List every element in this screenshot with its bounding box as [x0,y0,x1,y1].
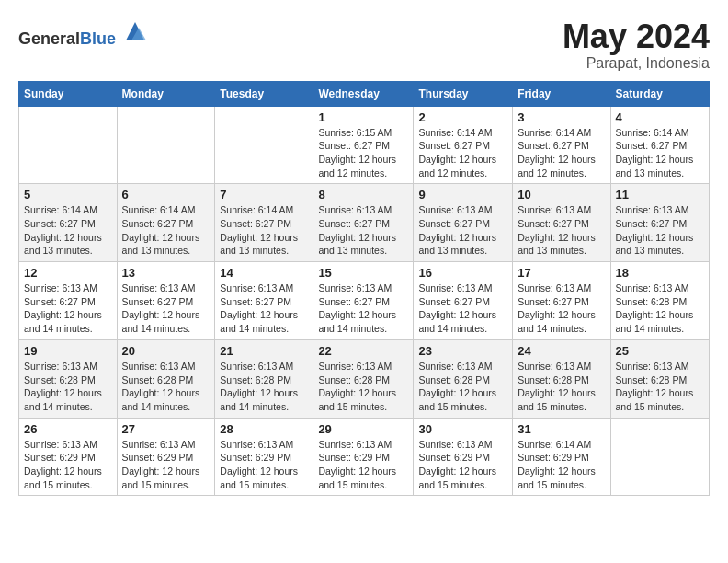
day-cell: 7Sunrise: 6:14 AM Sunset: 6:27 PM Daylig… [215,184,313,262]
day-number: 20 [122,344,210,358]
day-cell: 1Sunrise: 6:15 AM Sunset: 6:27 PM Daylig… [313,106,414,184]
logo-icon [122,18,148,44]
day-number: 11 [616,188,705,201]
day-info: Sunrise: 6:13 AM Sunset: 6:28 PM Dayligh… [616,360,705,414]
day-info: Sunrise: 6:13 AM Sunset: 6:27 PM Dayligh… [318,203,408,258]
day-number: 8 [318,188,408,201]
day-number: 28 [220,422,308,436]
day-cell [19,106,118,184]
day-cell: 8Sunrise: 6:13 AM Sunset: 6:27 PM Daylig… [313,184,414,262]
day-info: Sunrise: 6:13 AM Sunset: 6:28 PM Dayligh… [122,360,210,414]
day-number: 16 [418,266,507,280]
day-number: 31 [518,422,605,436]
day-info: Sunrise: 6:14 AM Sunset: 6:27 PM Dayligh… [220,203,308,258]
day-cell [215,106,313,184]
day-cell: 22Sunrise: 6:13 AM Sunset: 6:28 PM Dayli… [313,339,414,418]
day-info: Sunrise: 6:13 AM Sunset: 6:27 PM Dayligh… [318,282,408,336]
day-number: 22 [318,344,408,358]
title-block: May 2024 Parapat, Indonesia [563,18,710,72]
day-number: 24 [518,344,605,358]
weekday-header-monday: Monday [117,81,215,106]
day-cell: 6Sunrise: 6:14 AM Sunset: 6:27 PM Daylig… [117,184,215,262]
day-cell: 28Sunrise: 6:13 AM Sunset: 6:29 PM Dayli… [215,418,313,496]
day-number: 17 [518,266,605,280]
day-info: Sunrise: 6:14 AM Sunset: 6:27 PM Dayligh… [122,203,210,258]
day-cell: 12Sunrise: 6:13 AM Sunset: 6:27 PM Dayli… [19,262,118,340]
day-info: Sunrise: 6:13 AM Sunset: 6:28 PM Dayligh… [616,282,705,336]
weekday-header-thursday: Thursday [414,81,513,106]
weekday-header-friday: Friday [513,81,610,106]
day-cell: 24Sunrise: 6:13 AM Sunset: 6:28 PM Dayli… [513,339,610,418]
day-cell: 11Sunrise: 6:13 AM Sunset: 6:27 PM Dayli… [610,184,710,262]
day-number: 21 [220,344,308,358]
day-cell: 10Sunrise: 6:13 AM Sunset: 6:27 PM Dayli… [513,184,610,262]
day-info: Sunrise: 6:13 AM Sunset: 6:28 PM Dayligh… [418,360,507,414]
day-number: 26 [24,422,112,436]
week-row-5: 26Sunrise: 6:13 AM Sunset: 6:29 PM Dayli… [19,418,710,496]
day-info: Sunrise: 6:13 AM Sunset: 6:27 PM Dayligh… [220,282,308,336]
day-info: Sunrise: 6:13 AM Sunset: 6:28 PM Dayligh… [220,360,308,414]
day-number: 1 [318,110,408,124]
week-row-3: 12Sunrise: 6:13 AM Sunset: 6:27 PM Dayli… [19,262,710,340]
day-cell: 16Sunrise: 6:13 AM Sunset: 6:27 PM Dayli… [414,262,513,340]
day-cell: 31Sunrise: 6:14 AM Sunset: 6:29 PM Dayli… [513,418,610,496]
day-number: 15 [318,266,408,280]
day-info: Sunrise: 6:13 AM Sunset: 6:27 PM Dayligh… [418,203,507,258]
week-row-4: 19Sunrise: 6:13 AM Sunset: 6:28 PM Dayli… [19,339,710,418]
day-cell: 3Sunrise: 6:14 AM Sunset: 6:27 PM Daylig… [513,106,610,184]
month-title: May 2024 [563,18,710,55]
day-info: Sunrise: 6:13 AM Sunset: 6:29 PM Dayligh… [318,438,408,492]
day-info: Sunrise: 6:13 AM Sunset: 6:27 PM Dayligh… [616,203,705,258]
day-cell: 29Sunrise: 6:13 AM Sunset: 6:29 PM Dayli… [313,418,414,496]
day-number: 29 [318,422,408,436]
logo: GeneralBlue [18,18,148,49]
day-number: 2 [418,110,507,124]
day-info: Sunrise: 6:13 AM Sunset: 6:28 PM Dayligh… [518,360,605,414]
day-info: Sunrise: 6:13 AM Sunset: 6:28 PM Dayligh… [24,360,112,414]
weekday-header-row: SundayMondayTuesdayWednesdayThursdayFrid… [19,81,710,106]
day-cell: 15Sunrise: 6:13 AM Sunset: 6:27 PM Dayli… [313,262,414,340]
day-info: Sunrise: 6:13 AM Sunset: 6:27 PM Dayligh… [518,282,605,336]
day-cell [610,418,710,496]
day-info: Sunrise: 6:13 AM Sunset: 6:27 PM Dayligh… [418,282,507,336]
day-info: Sunrise: 6:13 AM Sunset: 6:29 PM Dayligh… [122,438,210,492]
day-cell: 4Sunrise: 6:14 AM Sunset: 6:27 PM Daylig… [610,106,710,184]
day-number: 25 [616,344,705,358]
day-cell: 20Sunrise: 6:13 AM Sunset: 6:28 PM Dayli… [117,339,215,418]
day-number: 3 [518,110,605,124]
day-cell: 14Sunrise: 6:13 AM Sunset: 6:27 PM Dayli… [215,262,313,340]
location-title: Parapat, Indonesia [563,55,710,72]
day-number: 19 [24,344,112,358]
day-info: Sunrise: 6:14 AM Sunset: 6:27 PM Dayligh… [418,126,507,180]
day-cell: 30Sunrise: 6:13 AM Sunset: 6:29 PM Dayli… [414,418,513,496]
day-cell: 26Sunrise: 6:13 AM Sunset: 6:29 PM Dayli… [19,418,118,496]
day-info: Sunrise: 6:13 AM Sunset: 6:27 PM Dayligh… [122,282,210,336]
day-info: Sunrise: 6:13 AM Sunset: 6:29 PM Dayligh… [24,438,112,492]
day-cell: 25Sunrise: 6:13 AM Sunset: 6:28 PM Dayli… [610,339,710,418]
day-info: Sunrise: 6:13 AM Sunset: 6:29 PM Dayligh… [220,438,308,492]
day-cell: 5Sunrise: 6:14 AM Sunset: 6:27 PM Daylig… [19,184,118,262]
weekday-header-tuesday: Tuesday [215,81,313,106]
day-number: 6 [122,188,210,201]
weekday-header-sunday: Sunday [19,81,118,106]
day-cell: 2Sunrise: 6:14 AM Sunset: 6:27 PM Daylig… [414,106,513,184]
weekday-header-saturday: Saturday [610,81,710,106]
day-number: 30 [418,422,507,436]
day-number: 7 [220,188,308,201]
logo-general-text: General [18,29,80,48]
day-number: 12 [24,266,112,280]
logo-blue-text: Blue [80,29,116,48]
week-row-2: 5Sunrise: 6:14 AM Sunset: 6:27 PM Daylig… [19,184,710,262]
week-row-1: 1Sunrise: 6:15 AM Sunset: 6:27 PM Daylig… [19,106,710,184]
day-cell: 17Sunrise: 6:13 AM Sunset: 6:27 PM Dayli… [513,262,610,340]
day-info: Sunrise: 6:13 AM Sunset: 6:27 PM Dayligh… [518,203,605,258]
day-cell: 19Sunrise: 6:13 AM Sunset: 6:28 PM Dayli… [19,339,118,418]
day-cell: 27Sunrise: 6:13 AM Sunset: 6:29 PM Dayli… [117,418,215,496]
day-cell: 13Sunrise: 6:13 AM Sunset: 6:27 PM Dayli… [117,262,215,340]
day-info: Sunrise: 6:14 AM Sunset: 6:27 PM Dayligh… [518,126,605,180]
calendar-table: SundayMondayTuesdayWednesdayThursdayFrid… [18,81,710,497]
day-info: Sunrise: 6:13 AM Sunset: 6:27 PM Dayligh… [24,282,112,336]
weekday-header-wednesday: Wednesday [313,81,414,106]
day-cell: 23Sunrise: 6:13 AM Sunset: 6:28 PM Dayli… [414,339,513,418]
day-number: 9 [418,188,507,201]
